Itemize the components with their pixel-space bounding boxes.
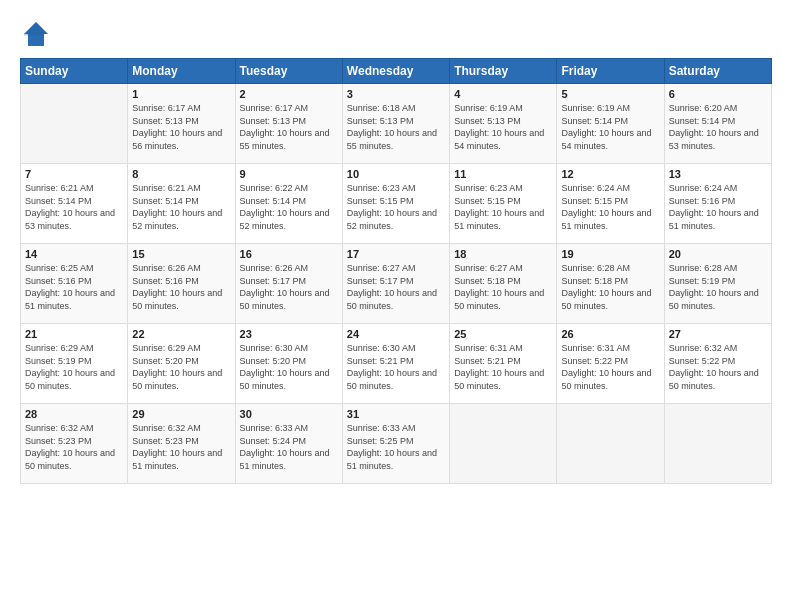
day-info: Sunrise: 6:22 AMSunset: 5:14 PMDaylight:… bbox=[240, 182, 338, 232]
day-number: 14 bbox=[25, 248, 123, 260]
day-info: Sunrise: 6:30 AMSunset: 5:20 PMDaylight:… bbox=[240, 342, 338, 392]
day-number: 7 bbox=[25, 168, 123, 180]
day-info: Sunrise: 6:23 AMSunset: 5:15 PMDaylight:… bbox=[347, 182, 445, 232]
day-info: Sunrise: 6:26 AMSunset: 5:16 PMDaylight:… bbox=[132, 262, 230, 312]
day-number: 2 bbox=[240, 88, 338, 100]
day-info: Sunrise: 6:33 AMSunset: 5:24 PMDaylight:… bbox=[240, 422, 338, 472]
day-number: 31 bbox=[347, 408, 445, 420]
day-cell: 18Sunrise: 6:27 AMSunset: 5:18 PMDayligh… bbox=[450, 244, 557, 324]
day-number: 30 bbox=[240, 408, 338, 420]
logo-icon bbox=[20, 18, 52, 50]
day-cell: 7Sunrise: 6:21 AMSunset: 5:14 PMDaylight… bbox=[21, 164, 128, 244]
day-cell: 20Sunrise: 6:28 AMSunset: 5:19 PMDayligh… bbox=[664, 244, 771, 324]
day-number: 27 bbox=[669, 328, 767, 340]
day-cell: 26Sunrise: 6:31 AMSunset: 5:22 PMDayligh… bbox=[557, 324, 664, 404]
day-info: Sunrise: 6:26 AMSunset: 5:17 PMDaylight:… bbox=[240, 262, 338, 312]
day-info: Sunrise: 6:18 AMSunset: 5:13 PMDaylight:… bbox=[347, 102, 445, 152]
day-cell: 29Sunrise: 6:32 AMSunset: 5:23 PMDayligh… bbox=[128, 404, 235, 484]
day-number: 11 bbox=[454, 168, 552, 180]
day-cell bbox=[21, 84, 128, 164]
logo bbox=[20, 18, 56, 50]
day-info: Sunrise: 6:20 AMSunset: 5:14 PMDaylight:… bbox=[669, 102, 767, 152]
day-info: Sunrise: 6:27 AMSunset: 5:18 PMDaylight:… bbox=[454, 262, 552, 312]
day-cell: 14Sunrise: 6:25 AMSunset: 5:16 PMDayligh… bbox=[21, 244, 128, 324]
day-number: 26 bbox=[561, 328, 659, 340]
day-cell: 15Sunrise: 6:26 AMSunset: 5:16 PMDayligh… bbox=[128, 244, 235, 324]
day-cell: 23Sunrise: 6:30 AMSunset: 5:20 PMDayligh… bbox=[235, 324, 342, 404]
day-number: 13 bbox=[669, 168, 767, 180]
day-number: 23 bbox=[240, 328, 338, 340]
week-row-3: 21Sunrise: 6:29 AMSunset: 5:19 PMDayligh… bbox=[21, 324, 772, 404]
day-cell: 11Sunrise: 6:23 AMSunset: 5:15 PMDayligh… bbox=[450, 164, 557, 244]
day-cell: 28Sunrise: 6:32 AMSunset: 5:23 PMDayligh… bbox=[21, 404, 128, 484]
day-info: Sunrise: 6:27 AMSunset: 5:17 PMDaylight:… bbox=[347, 262, 445, 312]
day-number: 28 bbox=[25, 408, 123, 420]
day-number: 29 bbox=[132, 408, 230, 420]
day-number: 15 bbox=[132, 248, 230, 260]
day-cell: 9Sunrise: 6:22 AMSunset: 5:14 PMDaylight… bbox=[235, 164, 342, 244]
day-info: Sunrise: 6:24 AMSunset: 5:15 PMDaylight:… bbox=[561, 182, 659, 232]
day-number: 6 bbox=[669, 88, 767, 100]
day-info: Sunrise: 6:33 AMSunset: 5:25 PMDaylight:… bbox=[347, 422, 445, 472]
day-info: Sunrise: 6:17 AMSunset: 5:13 PMDaylight:… bbox=[240, 102, 338, 152]
day-info: Sunrise: 6:17 AMSunset: 5:13 PMDaylight:… bbox=[132, 102, 230, 152]
day-info: Sunrise: 6:19 AMSunset: 5:14 PMDaylight:… bbox=[561, 102, 659, 152]
day-cell: 24Sunrise: 6:30 AMSunset: 5:21 PMDayligh… bbox=[342, 324, 449, 404]
header-cell-monday: Monday bbox=[128, 59, 235, 84]
day-number: 16 bbox=[240, 248, 338, 260]
week-row-4: 28Sunrise: 6:32 AMSunset: 5:23 PMDayligh… bbox=[21, 404, 772, 484]
day-number: 25 bbox=[454, 328, 552, 340]
day-cell: 25Sunrise: 6:31 AMSunset: 5:21 PMDayligh… bbox=[450, 324, 557, 404]
week-row-0: 1Sunrise: 6:17 AMSunset: 5:13 PMDaylight… bbox=[21, 84, 772, 164]
day-cell: 3Sunrise: 6:18 AMSunset: 5:13 PMDaylight… bbox=[342, 84, 449, 164]
header bbox=[20, 18, 772, 50]
day-cell: 31Sunrise: 6:33 AMSunset: 5:25 PMDayligh… bbox=[342, 404, 449, 484]
day-cell: 8Sunrise: 6:21 AMSunset: 5:14 PMDaylight… bbox=[128, 164, 235, 244]
day-number: 10 bbox=[347, 168, 445, 180]
day-cell: 5Sunrise: 6:19 AMSunset: 5:14 PMDaylight… bbox=[557, 84, 664, 164]
header-cell-friday: Friday bbox=[557, 59, 664, 84]
day-number: 3 bbox=[347, 88, 445, 100]
day-info: Sunrise: 6:21 AMSunset: 5:14 PMDaylight:… bbox=[132, 182, 230, 232]
day-cell: 6Sunrise: 6:20 AMSunset: 5:14 PMDaylight… bbox=[664, 84, 771, 164]
day-cell: 10Sunrise: 6:23 AMSunset: 5:15 PMDayligh… bbox=[342, 164, 449, 244]
day-info: Sunrise: 6:28 AMSunset: 5:19 PMDaylight:… bbox=[669, 262, 767, 312]
day-info: Sunrise: 6:21 AMSunset: 5:14 PMDaylight:… bbox=[25, 182, 123, 232]
header-cell-wednesday: Wednesday bbox=[342, 59, 449, 84]
week-row-2: 14Sunrise: 6:25 AMSunset: 5:16 PMDayligh… bbox=[21, 244, 772, 324]
day-cell: 2Sunrise: 6:17 AMSunset: 5:13 PMDaylight… bbox=[235, 84, 342, 164]
day-info: Sunrise: 6:31 AMSunset: 5:21 PMDaylight:… bbox=[454, 342, 552, 392]
day-cell: 1Sunrise: 6:17 AMSunset: 5:13 PMDaylight… bbox=[128, 84, 235, 164]
header-cell-thursday: Thursday bbox=[450, 59, 557, 84]
day-cell: 21Sunrise: 6:29 AMSunset: 5:19 PMDayligh… bbox=[21, 324, 128, 404]
day-info: Sunrise: 6:29 AMSunset: 5:20 PMDaylight:… bbox=[132, 342, 230, 392]
day-number: 17 bbox=[347, 248, 445, 260]
day-number: 4 bbox=[454, 88, 552, 100]
day-number: 18 bbox=[454, 248, 552, 260]
day-number: 1 bbox=[132, 88, 230, 100]
day-cell: 16Sunrise: 6:26 AMSunset: 5:17 PMDayligh… bbox=[235, 244, 342, 324]
day-cell: 13Sunrise: 6:24 AMSunset: 5:16 PMDayligh… bbox=[664, 164, 771, 244]
day-cell: 17Sunrise: 6:27 AMSunset: 5:17 PMDayligh… bbox=[342, 244, 449, 324]
day-info: Sunrise: 6:32 AMSunset: 5:23 PMDaylight:… bbox=[132, 422, 230, 472]
day-cell: 27Sunrise: 6:32 AMSunset: 5:22 PMDayligh… bbox=[664, 324, 771, 404]
day-number: 19 bbox=[561, 248, 659, 260]
calendar-table: SundayMondayTuesdayWednesdayThursdayFrid… bbox=[20, 58, 772, 484]
day-number: 22 bbox=[132, 328, 230, 340]
day-cell: 4Sunrise: 6:19 AMSunset: 5:13 PMDaylight… bbox=[450, 84, 557, 164]
day-info: Sunrise: 6:30 AMSunset: 5:21 PMDaylight:… bbox=[347, 342, 445, 392]
day-cell bbox=[664, 404, 771, 484]
day-info: Sunrise: 6:19 AMSunset: 5:13 PMDaylight:… bbox=[454, 102, 552, 152]
day-info: Sunrise: 6:25 AMSunset: 5:16 PMDaylight:… bbox=[25, 262, 123, 312]
day-number: 12 bbox=[561, 168, 659, 180]
header-cell-tuesday: Tuesday bbox=[235, 59, 342, 84]
day-info: Sunrise: 6:31 AMSunset: 5:22 PMDaylight:… bbox=[561, 342, 659, 392]
day-info: Sunrise: 6:32 AMSunset: 5:22 PMDaylight:… bbox=[669, 342, 767, 392]
day-number: 9 bbox=[240, 168, 338, 180]
svg-marker-1 bbox=[24, 22, 48, 36]
day-cell: 19Sunrise: 6:28 AMSunset: 5:18 PMDayligh… bbox=[557, 244, 664, 324]
week-row-1: 7Sunrise: 6:21 AMSunset: 5:14 PMDaylight… bbox=[21, 164, 772, 244]
day-info: Sunrise: 6:24 AMSunset: 5:16 PMDaylight:… bbox=[669, 182, 767, 232]
day-number: 21 bbox=[25, 328, 123, 340]
day-info: Sunrise: 6:23 AMSunset: 5:15 PMDaylight:… bbox=[454, 182, 552, 232]
